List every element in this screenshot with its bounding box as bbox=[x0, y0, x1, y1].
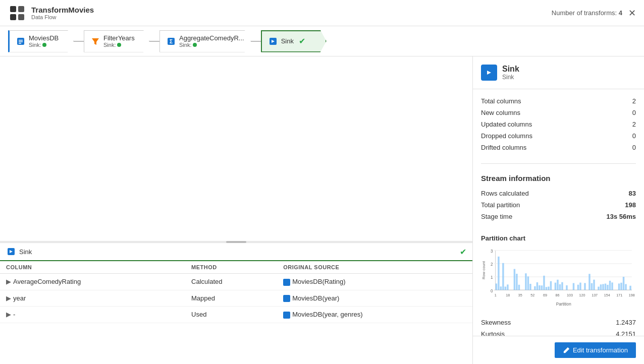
cell-column: ▶year bbox=[0, 290, 185, 307]
svg-rect-59 bbox=[593, 280, 595, 290]
metric-label: Kurtosis bbox=[481, 330, 505, 336]
stat-row: Drifted columns0 bbox=[481, 142, 636, 153]
svg-rect-29 bbox=[498, 257, 499, 290]
aggregate-status-dot bbox=[193, 43, 197, 47]
svg-text:86: 86 bbox=[555, 293, 559, 297]
table-row: ▶year Mapped MoviesDB(year) bbox=[0, 290, 472, 307]
stat-label: Drifted columns bbox=[481, 144, 526, 151]
table-sink-icon bbox=[6, 247, 16, 257]
svg-text:137: 137 bbox=[592, 293, 598, 297]
svg-rect-36 bbox=[518, 285, 520, 290]
table-title: Sink bbox=[19, 248, 32, 256]
pipeline-step-moviesdb[interactable]: MoviesDB Sink: bbox=[8, 30, 74, 52]
right-panel: Sink Sink Total columns2New columns0Upda… bbox=[472, 56, 644, 364]
svg-rect-52 bbox=[566, 285, 567, 290]
table-header-bar: Sink ✔ bbox=[0, 243, 472, 261]
moviesdb-label: MoviesDB Sink: bbox=[29, 34, 59, 48]
stat-row: Dropped columns0 bbox=[481, 130, 636, 142]
pipeline-step-aggregate[interactable]: Σ AggregateComedyR... Sink: bbox=[159, 30, 251, 52]
svg-text:18: 18 bbox=[506, 293, 510, 297]
edit-button-label: Edit transformation bbox=[573, 346, 628, 354]
svg-text:198: 198 bbox=[629, 293, 635, 297]
svg-rect-70 bbox=[625, 284, 626, 290]
row-expand-2[interactable]: ▶ bbox=[6, 311, 11, 318]
arrow-3 bbox=[251, 41, 261, 42]
svg-rect-68 bbox=[620, 283, 622, 290]
col-header-column: COLUMN bbox=[0, 261, 185, 274]
row-expand-1[interactable]: ▶ bbox=[6, 294, 11, 302]
cell-source: MoviesDB(year) bbox=[277, 290, 472, 307]
close-button[interactable]: ✕ bbox=[628, 8, 636, 19]
col-header-source: ORIGINAL SOURCE bbox=[277, 261, 472, 274]
svg-rect-58 bbox=[591, 283, 593, 290]
svg-rect-53 bbox=[573, 283, 574, 290]
cell-source: MoviesDB(year, genres) bbox=[277, 307, 472, 323]
svg-text:1: 1 bbox=[491, 275, 493, 280]
row-expand-0[interactable]: ▶ bbox=[6, 278, 11, 285]
partition-chart-svg: 0123Row count118355269861031201371541711… bbox=[481, 246, 636, 307]
svg-rect-32 bbox=[505, 286, 506, 290]
stat-value: 0 bbox=[632, 109, 636, 116]
svg-rect-43 bbox=[541, 285, 543, 290]
svg-text:103: 103 bbox=[567, 293, 573, 297]
svg-rect-38 bbox=[527, 276, 529, 290]
pipeline-step-sink[interactable]: Sink ✔ bbox=[261, 30, 327, 52]
edit-transformation-button[interactable]: Edit transformation bbox=[555, 342, 636, 358]
svg-rect-30 bbox=[500, 286, 502, 290]
svg-rect-6 bbox=[19, 41, 23, 42]
pipeline-step-filteryears[interactable]: FilterYears Sink: bbox=[84, 30, 149, 52]
filteryears-icon bbox=[90, 36, 100, 46]
stream-value: 83 bbox=[629, 190, 636, 197]
stream-label: Stage time bbox=[481, 213, 512, 220]
stream-row: Stage time13s 56ms bbox=[481, 211, 636, 222]
header-right: Number of transforms: 4 ✕ bbox=[552, 8, 636, 19]
svg-rect-60 bbox=[598, 287, 599, 290]
panel-title: Sink bbox=[502, 65, 519, 74]
svg-text:2: 2 bbox=[491, 262, 493, 267]
edit-icon bbox=[563, 347, 570, 354]
stat-row: Total columns2 bbox=[481, 95, 636, 107]
svg-rect-57 bbox=[588, 274, 590, 290]
chart-container: 0123Row count118355269861031201371541711… bbox=[481, 246, 636, 307]
svg-rect-47 bbox=[550, 281, 552, 290]
svg-rect-5 bbox=[19, 40, 23, 41]
svg-rect-40 bbox=[534, 286, 535, 290]
filteryears-label: FilterYears Sink: bbox=[103, 34, 135, 48]
svg-rect-54 bbox=[577, 285, 579, 290]
svg-rect-34 bbox=[514, 269, 515, 290]
table-row: ▶AverageComedyRating Calculated MoviesDB… bbox=[0, 274, 472, 290]
stat-row: New columns0 bbox=[481, 107, 636, 118]
svg-text:171: 171 bbox=[616, 293, 622, 297]
source-db-icon bbox=[283, 295, 290, 302]
table-check-icon: ✔ bbox=[460, 247, 466, 257]
svg-rect-69 bbox=[623, 277, 624, 290]
metric-value: 4.2151 bbox=[616, 330, 636, 336]
svg-text:52: 52 bbox=[530, 293, 534, 297]
svg-rect-51 bbox=[561, 282, 563, 290]
svg-rect-61 bbox=[600, 284, 602, 290]
svg-rect-63 bbox=[605, 283, 606, 290]
app-title: TransformMovies Data Flow bbox=[31, 6, 94, 20]
svg-rect-0 bbox=[10, 6, 16, 12]
app-icon bbox=[8, 4, 26, 22]
svg-rect-2 bbox=[18, 6, 24, 12]
app-title-sub: Data Flow bbox=[31, 14, 94, 20]
stream-value: 13s 56ms bbox=[606, 213, 636, 220]
svg-rect-3 bbox=[18, 14, 24, 20]
moviesdb-status-dot bbox=[42, 43, 46, 47]
cell-method: Calculated bbox=[185, 274, 277, 290]
svg-rect-49 bbox=[557, 280, 558, 290]
stream-label: Total partition bbox=[481, 201, 520, 209]
table-header-row: COLUMN METHOD ORIGINAL SOURCE bbox=[0, 261, 472, 274]
metric-row: Kurtosis4.2151 bbox=[481, 328, 636, 336]
pipeline-area: MoviesDB Sink: FilterYears Sink: bbox=[0, 26, 644, 56]
chart-section: Partition chart 0123Row count11835526986… bbox=[473, 228, 644, 313]
svg-rect-31 bbox=[502, 263, 504, 290]
right-panel-body: Total columns2New columns0Updated column… bbox=[473, 89, 644, 336]
panel-footer: Edit transformation bbox=[473, 336, 644, 364]
svg-rect-67 bbox=[618, 283, 620, 290]
svg-rect-39 bbox=[529, 284, 531, 290]
stream-info-title: Stream information bbox=[481, 174, 636, 183]
stream-section: Stream information Rows calculated83Tota… bbox=[473, 168, 644, 228]
svg-rect-65 bbox=[609, 281, 611, 290]
